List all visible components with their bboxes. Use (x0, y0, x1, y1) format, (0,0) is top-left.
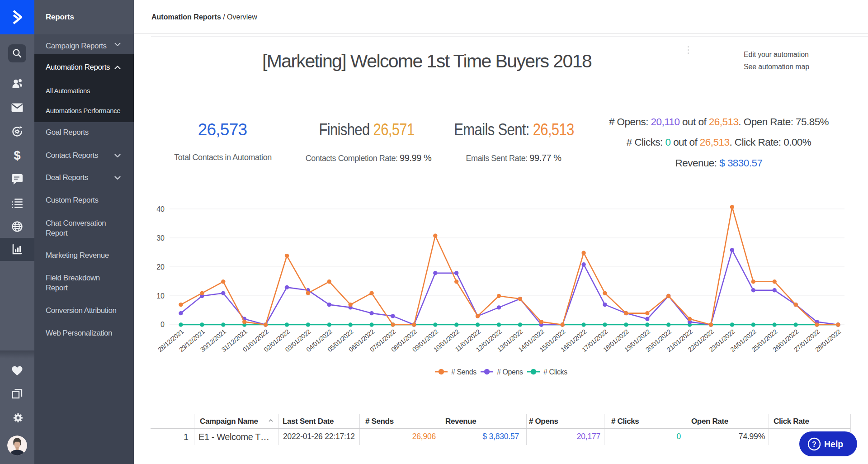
svg-text:30: 30 (156, 234, 165, 242)
svg-text:10: 10 (156, 292, 165, 300)
svg-text:20: 20 (156, 263, 165, 271)
svg-text:# Clicks: # Clicks (543, 368, 567, 376)
svg-text:0: 0 (160, 321, 165, 328)
svg-text:# Opens: # Opens (497, 368, 523, 376)
svg-text:?: ? (812, 440, 816, 448)
svg-text:# Sends: # Sends (451, 368, 476, 376)
svg-text:40: 40 (156, 205, 165, 213)
